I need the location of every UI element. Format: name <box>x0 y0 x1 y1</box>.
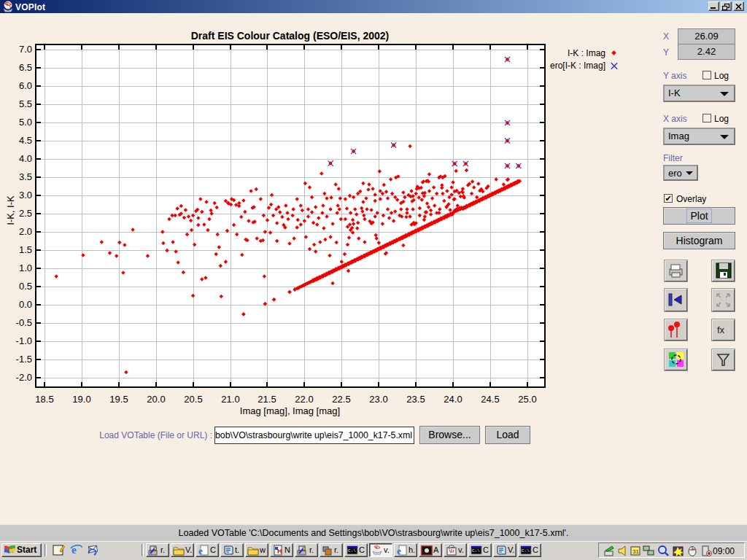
svg-text:C:\: C:\ <box>522 548 530 553</box>
svg-text:C:\: C:\ <box>472 548 480 553</box>
svg-text:fx: fx <box>717 324 725 335</box>
svg-text:e: e <box>397 545 401 556</box>
svg-text:e: e <box>198 545 203 556</box>
svg-text:31: 31 <box>632 548 639 555</box>
svg-text:C:\: C:\ <box>348 548 356 553</box>
svg-text:H: H <box>277 548 282 555</box>
